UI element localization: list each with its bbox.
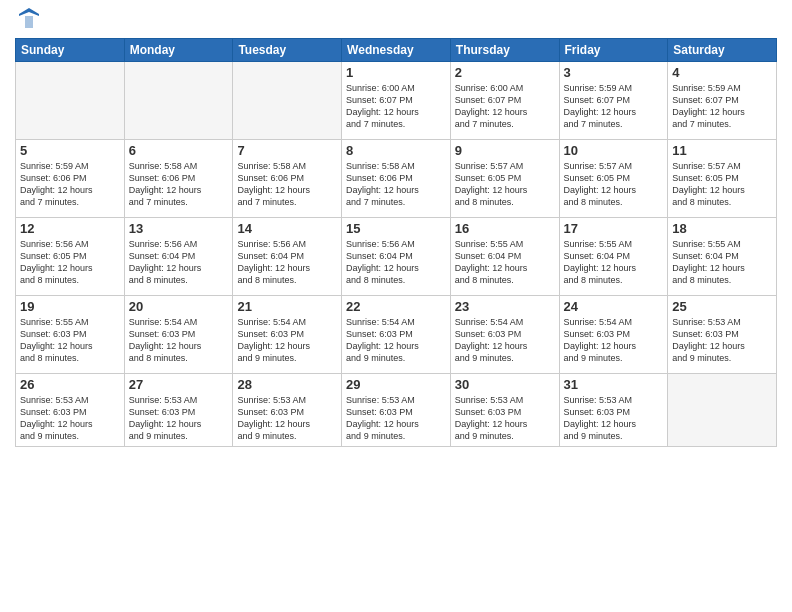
page: SundayMondayTuesdayWednesdayThursdayFrid…: [0, 0, 792, 612]
cell-info: Sunrise: 5:55 AMSunset: 6:04 PMDaylight:…: [455, 238, 555, 287]
cell-info: Sunrise: 5:53 AMSunset: 6:03 PMDaylight:…: [564, 394, 664, 443]
calendar-week-row: 5Sunrise: 5:59 AMSunset: 6:06 PMDaylight…: [16, 140, 777, 218]
calendar-cell: 15Sunrise: 5:56 AMSunset: 6:04 PMDayligh…: [342, 218, 451, 296]
calendar-cell: 12Sunrise: 5:56 AMSunset: 6:05 PMDayligh…: [16, 218, 125, 296]
cell-info: Sunrise: 5:58 AMSunset: 6:06 PMDaylight:…: [129, 160, 229, 209]
calendar-cell: 4Sunrise: 5:59 AMSunset: 6:07 PMDaylight…: [668, 62, 777, 140]
calendar-cell: [124, 62, 233, 140]
calendar-cell: 24Sunrise: 5:54 AMSunset: 6:03 PMDayligh…: [559, 296, 668, 374]
day-number: 31: [564, 377, 664, 392]
day-number: 18: [672, 221, 772, 236]
calendar-cell: 30Sunrise: 5:53 AMSunset: 6:03 PMDayligh…: [450, 374, 559, 447]
calendar-cell: 5Sunrise: 5:59 AMSunset: 6:06 PMDaylight…: [16, 140, 125, 218]
weekday-header: Friday: [559, 39, 668, 62]
day-number: 27: [129, 377, 229, 392]
day-number: 15: [346, 221, 446, 236]
cell-info: Sunrise: 5:59 AMSunset: 6:07 PMDaylight:…: [672, 82, 772, 131]
cell-info: Sunrise: 5:53 AMSunset: 6:03 PMDaylight:…: [129, 394, 229, 443]
calendar-cell: 26Sunrise: 5:53 AMSunset: 6:03 PMDayligh…: [16, 374, 125, 447]
calendar-cell: 29Sunrise: 5:53 AMSunset: 6:03 PMDayligh…: [342, 374, 451, 447]
calendar-cell: 22Sunrise: 5:54 AMSunset: 6:03 PMDayligh…: [342, 296, 451, 374]
calendar-cell: 27Sunrise: 5:53 AMSunset: 6:03 PMDayligh…: [124, 374, 233, 447]
calendar-cell: 11Sunrise: 5:57 AMSunset: 6:05 PMDayligh…: [668, 140, 777, 218]
day-number: 3: [564, 65, 664, 80]
calendar-cell: [668, 374, 777, 447]
day-number: 26: [20, 377, 120, 392]
day-number: 28: [237, 377, 337, 392]
calendar-cell: 21Sunrise: 5:54 AMSunset: 6:03 PMDayligh…: [233, 296, 342, 374]
header: [15, 10, 777, 30]
day-number: 1: [346, 65, 446, 80]
cell-info: Sunrise: 5:53 AMSunset: 6:03 PMDaylight:…: [346, 394, 446, 443]
calendar-cell: 8Sunrise: 5:58 AMSunset: 6:06 PMDaylight…: [342, 140, 451, 218]
day-number: 20: [129, 299, 229, 314]
cell-info: Sunrise: 5:59 AMSunset: 6:07 PMDaylight:…: [564, 82, 664, 131]
calendar-cell: 2Sunrise: 6:00 AMSunset: 6:07 PMDaylight…: [450, 62, 559, 140]
day-number: 9: [455, 143, 555, 158]
calendar-cell: [16, 62, 125, 140]
day-number: 17: [564, 221, 664, 236]
calendar: SundayMondayTuesdayWednesdayThursdayFrid…: [15, 38, 777, 447]
calendar-cell: 18Sunrise: 5:55 AMSunset: 6:04 PMDayligh…: [668, 218, 777, 296]
cell-info: Sunrise: 5:56 AMSunset: 6:04 PMDaylight:…: [129, 238, 229, 287]
weekday-header: Sunday: [16, 39, 125, 62]
day-number: 29: [346, 377, 446, 392]
calendar-week-row: 1Sunrise: 6:00 AMSunset: 6:07 PMDaylight…: [16, 62, 777, 140]
cell-info: Sunrise: 5:53 AMSunset: 6:03 PMDaylight:…: [672, 316, 772, 365]
day-number: 14: [237, 221, 337, 236]
calendar-cell: 10Sunrise: 5:57 AMSunset: 6:05 PMDayligh…: [559, 140, 668, 218]
day-number: 19: [20, 299, 120, 314]
calendar-cell: 31Sunrise: 5:53 AMSunset: 6:03 PMDayligh…: [559, 374, 668, 447]
day-number: 7: [237, 143, 337, 158]
cell-info: Sunrise: 5:59 AMSunset: 6:06 PMDaylight:…: [20, 160, 120, 209]
calendar-cell: 14Sunrise: 5:56 AMSunset: 6:04 PMDayligh…: [233, 218, 342, 296]
calendar-cell: 19Sunrise: 5:55 AMSunset: 6:03 PMDayligh…: [16, 296, 125, 374]
cell-info: Sunrise: 5:55 AMSunset: 6:04 PMDaylight:…: [672, 238, 772, 287]
calendar-cell: 3Sunrise: 5:59 AMSunset: 6:07 PMDaylight…: [559, 62, 668, 140]
cell-info: Sunrise: 5:53 AMSunset: 6:03 PMDaylight:…: [455, 394, 555, 443]
cell-info: Sunrise: 5:56 AMSunset: 6:04 PMDaylight:…: [346, 238, 446, 287]
cell-info: Sunrise: 5:54 AMSunset: 6:03 PMDaylight:…: [455, 316, 555, 365]
calendar-cell: [233, 62, 342, 140]
calendar-cell: 20Sunrise: 5:54 AMSunset: 6:03 PMDayligh…: [124, 296, 233, 374]
day-number: 30: [455, 377, 555, 392]
cell-info: Sunrise: 5:54 AMSunset: 6:03 PMDaylight:…: [129, 316, 229, 365]
cell-info: Sunrise: 5:54 AMSunset: 6:03 PMDaylight:…: [237, 316, 337, 365]
cell-info: Sunrise: 5:57 AMSunset: 6:05 PMDaylight:…: [455, 160, 555, 209]
day-number: 4: [672, 65, 772, 80]
day-number: 25: [672, 299, 772, 314]
logo-icon: [17, 6, 41, 30]
cell-info: Sunrise: 5:56 AMSunset: 6:05 PMDaylight:…: [20, 238, 120, 287]
cell-info: Sunrise: 5:58 AMSunset: 6:06 PMDaylight:…: [237, 160, 337, 209]
cell-info: Sunrise: 5:54 AMSunset: 6:03 PMDaylight:…: [564, 316, 664, 365]
day-number: 5: [20, 143, 120, 158]
cell-info: Sunrise: 6:00 AMSunset: 6:07 PMDaylight:…: [346, 82, 446, 131]
weekday-header: Tuesday: [233, 39, 342, 62]
day-number: 8: [346, 143, 446, 158]
calendar-week-row: 12Sunrise: 5:56 AMSunset: 6:05 PMDayligh…: [16, 218, 777, 296]
cell-info: Sunrise: 5:57 AMSunset: 6:05 PMDaylight:…: [672, 160, 772, 209]
cell-info: Sunrise: 5:55 AMSunset: 6:04 PMDaylight:…: [564, 238, 664, 287]
day-number: 2: [455, 65, 555, 80]
cell-info: Sunrise: 5:56 AMSunset: 6:04 PMDaylight:…: [237, 238, 337, 287]
calendar-cell: 6Sunrise: 5:58 AMSunset: 6:06 PMDaylight…: [124, 140, 233, 218]
calendar-week-row: 26Sunrise: 5:53 AMSunset: 6:03 PMDayligh…: [16, 374, 777, 447]
day-number: 6: [129, 143, 229, 158]
logo: [15, 10, 41, 30]
day-number: 21: [237, 299, 337, 314]
cell-info: Sunrise: 5:54 AMSunset: 6:03 PMDaylight:…: [346, 316, 446, 365]
calendar-cell: 16Sunrise: 5:55 AMSunset: 6:04 PMDayligh…: [450, 218, 559, 296]
weekday-header: Saturday: [668, 39, 777, 62]
cell-info: Sunrise: 6:00 AMSunset: 6:07 PMDaylight:…: [455, 82, 555, 131]
day-number: 16: [455, 221, 555, 236]
day-number: 24: [564, 299, 664, 314]
calendar-week-row: 19Sunrise: 5:55 AMSunset: 6:03 PMDayligh…: [16, 296, 777, 374]
cell-info: Sunrise: 5:58 AMSunset: 6:06 PMDaylight:…: [346, 160, 446, 209]
calendar-cell: 28Sunrise: 5:53 AMSunset: 6:03 PMDayligh…: [233, 374, 342, 447]
weekday-header-row: SundayMondayTuesdayWednesdayThursdayFrid…: [16, 39, 777, 62]
cell-info: Sunrise: 5:53 AMSunset: 6:03 PMDaylight:…: [20, 394, 120, 443]
cell-info: Sunrise: 5:57 AMSunset: 6:05 PMDaylight:…: [564, 160, 664, 209]
day-number: 23: [455, 299, 555, 314]
calendar-cell: 7Sunrise: 5:58 AMSunset: 6:06 PMDaylight…: [233, 140, 342, 218]
day-number: 12: [20, 221, 120, 236]
